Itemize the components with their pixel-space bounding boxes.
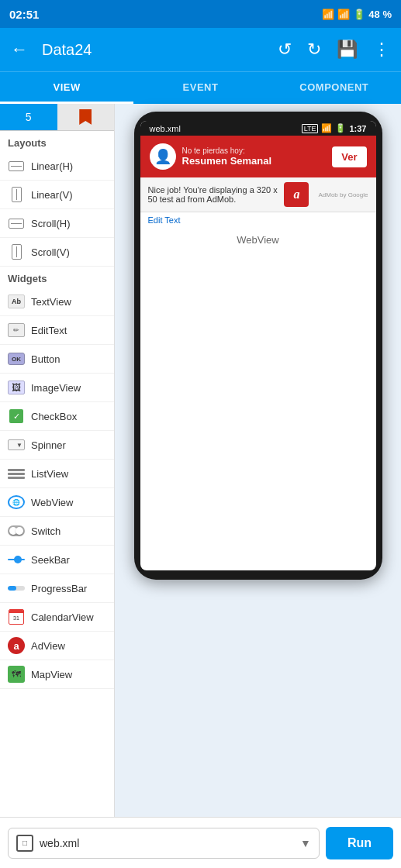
layers-icon: 5 <box>26 111 32 123</box>
undo-button[interactable]: ↺ <box>275 38 295 61</box>
battery-icon: 🔋 <box>353 9 365 20</box>
sidebar-item-listview[interactable]: ListView <box>0 460 114 488</box>
sidebar-item-lineah[interactable]: Linear(H) <box>0 152 114 181</box>
signal-icon: 📶 <box>337 9 350 20</box>
phone-screen: web.xml LTE 📶 🔋 1:37 👤 No te pierdas hoy… <box>140 121 376 570</box>
scroll-h-icon <box>8 215 25 232</box>
linear-h-label: Linear(H) <box>31 160 73 172</box>
tab-component[interactable]: COMPONENT <box>268 72 401 104</box>
admob-text: Nice job! You're displaying a 320 x 50 t… <box>148 185 278 204</box>
sidebar-item-switch[interactable]: Switch <box>0 517 114 546</box>
phone-filename: web.xml <box>150 124 181 133</box>
phone-mockup: web.xml LTE 📶 🔋 1:37 👤 No te pierdas hoy… <box>134 112 382 580</box>
wifi-icon: 📶 <box>322 9 334 20</box>
app-bar-icons: ↺ ↻ 💾 ⋮ <box>275 38 393 61</box>
seekbar-label: SeekBar <box>31 554 70 566</box>
mapview-label: MapView <box>31 669 72 680</box>
app-bar: ← Data24 ↺ ↻ 💾 ⋮ <box>0 28 401 71</box>
sidebar-item-button[interactable]: OK Button <box>0 345 114 374</box>
phone-time: 1:37 <box>349 124 366 133</box>
sidebar-item-webview[interactable]: 🌐 WebView <box>0 488 114 517</box>
button-label: Button <box>31 353 60 365</box>
sidebar-tab-bookmark[interactable] <box>57 104 115 130</box>
imageview-label: ImageView <box>31 382 81 394</box>
app-title: Data24 <box>42 41 268 59</box>
notif-avatar: 👤 <box>150 143 176 170</box>
tab-bar: VIEW EVENT COMPONENT <box>0 71 401 104</box>
notif-text: No te pierdas hoy: Resumen Semanal <box>182 146 327 167</box>
phone-status-icons: LTE 📶 🔋 1:37 <box>302 123 367 133</box>
battery-percent: 48 % <box>368 9 392 20</box>
admob-credit: AdMob by Google <box>318 191 368 198</box>
edit-text-link[interactable]: Edit Text <box>140 212 376 228</box>
webview-label-sidebar: WebView <box>31 497 73 508</box>
file-icon-symbol: □ <box>22 839 27 847</box>
sidebar-tab-layers[interactable]: 5 <box>0 104 57 130</box>
tab-event[interactable]: EVENT <box>133 72 267 104</box>
adview-label: AdView <box>31 640 65 652</box>
more-button[interactable]: ⋮ <box>370 38 393 61</box>
mapview-icon: 🗺 <box>8 666 25 683</box>
scroll-v-label: Scroll(V) <box>31 246 70 258</box>
sidebar-tab-row: 5 <box>0 104 114 131</box>
file-selector[interactable]: □ web.xml ▼ <box>8 828 320 859</box>
avatar-icon: 👤 <box>154 148 171 165</box>
linear-v-label: Linear(V) <box>31 189 72 201</box>
button-icon: OK <box>8 350 25 367</box>
back-button[interactable]: ← <box>8 38 31 61</box>
admob-logo: a <box>284 182 309 207</box>
spinner-icon: ▼ <box>8 436 25 453</box>
sidebar-item-edittext[interactable]: ✏ EditText <box>0 316 114 345</box>
sidebar-item-adview[interactable]: a AdView <box>0 632 114 660</box>
run-button[interactable]: Run <box>326 827 393 859</box>
webview-icon: 🌐 <box>8 494 25 511</box>
notif-title: Resumen Semanal <box>182 155 327 167</box>
sidebar-item-textview[interactable]: Ab TextView <box>0 288 114 316</box>
phone-battery-icon: 🔋 <box>335 123 346 133</box>
file-icon: □ <box>16 835 33 852</box>
redo-button[interactable]: ↻ <box>304 38 324 61</box>
sidebar-item-scrollh[interactable]: Scroll(H) <box>0 209 114 238</box>
sidebar-item-spinner[interactable]: ▼ Spinner <box>0 431 114 460</box>
widgets-section-label: Widgets <box>0 267 114 288</box>
calendarview-label: CalendarView <box>31 611 94 623</box>
bookmark-icon <box>79 109 92 125</box>
scroll-h-label: Scroll(H) <box>31 218 71 229</box>
sidebar-item-scrollv[interactable]: Scroll(V) <box>0 238 114 267</box>
save-button[interactable]: 💾 <box>334 38 361 61</box>
main-content: 5 Layouts Linear(H) Linear(V) <box>0 104 401 817</box>
imageview-icon: 🖼 <box>8 379 25 396</box>
switch-icon <box>8 522 25 539</box>
sidebar-item-checkbox[interactable]: ✓ CheckBox <box>0 402 114 431</box>
phone-area: web.xml LTE 📶 🔋 1:37 👤 No te pierdas hoy… <box>115 104 401 817</box>
textview-label: TextView <box>31 296 71 308</box>
listview-icon <box>8 465 25 482</box>
sidebar-item-lineav[interactable]: Linear(V) <box>0 181 114 209</box>
calendarview-icon: 31 <box>8 608 25 625</box>
notif-ver-button[interactable]: Ver <box>332 146 366 167</box>
sidebar-item-progressbar[interactable]: ProgressBar <box>0 574 114 603</box>
edittext-icon: ✏ <box>8 322 25 339</box>
sidebar-item-imageview[interactable]: 🖼 ImageView <box>0 374 114 402</box>
progressbar-label: ProgressBar <box>31 583 87 594</box>
admob-banner: Nice job! You're displaying a 320 x 50 t… <box>140 177 376 212</box>
status-bar: 02:51 📶 📶 🔋 48 % <box>0 0 401 28</box>
checkbox-icon: ✓ <box>8 408 25 425</box>
sidebar-item-calendarview[interactable]: 31 CalendarView <box>0 603 114 632</box>
textview-icon: Ab <box>8 293 25 310</box>
linear-v-icon <box>8 186 25 203</box>
webview-component-label: WebView <box>140 228 376 252</box>
notification-banner: 👤 No te pierdas hoy: Resumen Semanal Ver <box>140 136 376 177</box>
status-time: 02:51 <box>9 8 39 21</box>
tab-view[interactable]: VIEW <box>0 72 133 104</box>
seekbar-icon <box>8 551 25 568</box>
phone-signal-bars: 📶 <box>321 123 332 133</box>
progressbar-icon <box>8 580 25 597</box>
sidebar-item-mapview[interactable]: 🗺 MapView <box>0 660 114 689</box>
sidebar: 5 Layouts Linear(H) Linear(V) <box>0 104 115 817</box>
dropdown-arrow-icon: ▼ <box>300 837 311 849</box>
sidebar-item-seekbar[interactable]: SeekBar <box>0 546 114 574</box>
phone-lte-icon: LTE <box>302 124 319 133</box>
notif-subtitle: No te pierdas hoy: <box>182 146 327 155</box>
edittext-label: EditText <box>31 325 67 336</box>
